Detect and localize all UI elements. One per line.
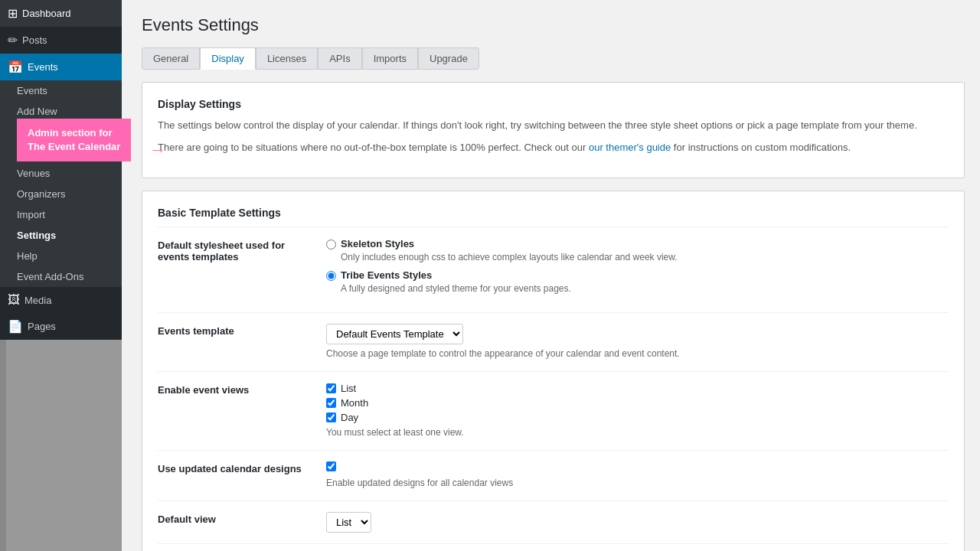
sidebar-sub-label: Organizers [17,188,66,200]
stylesheet-row: Default stylesheet used for events templ… [158,227,949,313]
dashboard-icon: ⊞ [8,6,18,21]
tribe-option: Tribe Events Styles A fully designed and… [326,269,949,295]
tribe-label-group: Tribe Events Styles A fully designed and… [341,269,571,295]
updated-designs-desc: Enable updated designs for all calendar … [326,477,949,490]
sidebar-sub-item-venues[interactable]: Venues [0,163,122,184]
enable-views-control: List Month Day You must select at least … [326,383,949,439]
display-settings-desc2-end: for instructions on custom modifications… [674,142,851,153]
display-settings-desc2: There are going to be situations where n… [158,140,949,156]
view-day-label: Day [341,412,358,423]
sidebar-item-label: Posts [22,34,47,46]
sidebar-item-media[interactable]: 🖼 Media [0,287,122,313]
events-template-row: Events template Default Events Template … [158,312,949,371]
tab-licenses[interactable]: Licenses [256,47,318,70]
skeleton-label: Skeleton Styles [341,238,678,249]
tab-apis[interactable]: APIs [318,47,361,70]
stylesheet-label: Default stylesheet used for events templ… [158,238,311,262]
sidebar-sub-label: Events [17,85,47,96]
updated-designs-checkbox[interactable] [326,461,336,471]
events-template-label: Events template [158,324,311,337]
updated-designs-control: Enable updated designs for all calendar … [326,461,949,490]
page-title: Events Settings [142,15,965,35]
sidebar-item-posts[interactable]: ✏ Posts [0,27,122,54]
annotation-arrow: → [149,140,166,160]
basic-template-card: Basic Template Settings Default styleshe… [142,191,965,551]
sidebar-sub-label: Add New [17,106,57,117]
enable-views-label: Enable event views [158,383,311,396]
annotation-box: Admin section forThe Event Calendar [17,119,131,161]
sidebar-sub-item-events[interactable]: Events [0,80,122,101]
view-month-option: Month [326,397,949,409]
skeleton-radio[interactable] [326,240,336,249]
sidebar-sub-label: Settings [17,230,56,241]
skeleton-desc: Only includes enough css to achieve comp… [341,251,678,264]
events-icon: 📅 [8,60,23,74]
view-list-option: List [326,383,949,394]
updated-designs-label: Use updated calendar designs [158,461,311,474]
sidebar-sub-events: Events Add New Tags Event Categories Ven… [0,80,122,287]
tab-display[interactable]: Display [200,47,256,70]
display-settings-desc2-text: There are going to be situations where n… [158,142,586,153]
default-view-select[interactable]: List [326,512,371,533]
posts-icon: ✏ [8,33,18,47]
sidebar-sub-label: Event Add-Ons [17,271,83,282]
views-note: You must select at least one view. [326,426,949,439]
pages-icon: 📄 [8,319,23,334]
tab-imports[interactable]: Imports [362,47,418,70]
sidebar-item-label: Media [24,295,51,306]
view-month-label: Month [341,397,368,409]
sidebar-wrapper: ⊞ Dashboard ✏ Posts 📅 Events Events Add … [0,0,126,551]
events-template-desc: Choose a page template to control the ap… [326,347,949,360]
sidebar: ⊞ Dashboard ✏ Posts 📅 Events Events Add … [0,0,122,551]
events-template-select[interactable]: Default Events Template [326,324,463,344]
default-view-row: Default view List [158,500,949,543]
tribe-label: Tribe Events Styles [341,269,571,281]
tribe-desc: A fully designed and styled theme for yo… [341,282,571,295]
stylesheet-control: Skeleton Styles Only includes enough css… [326,238,949,302]
view-list-label: List [341,383,356,394]
view-day-option: Day [326,412,949,423]
view-day-checkbox[interactable] [326,412,336,422]
tribe-radio[interactable] [326,271,336,281]
enable-views-row: Enable event views List Month Day You mu… [158,371,949,450]
sidebar-sub-item-help[interactable]: Help [0,246,122,266]
sidebar-item-dashboard[interactable]: ⊞ Dashboard [0,0,122,27]
events-template-control: Default Events Template Choose a page te… [326,324,949,360]
sidebar-item-pages[interactable]: 📄 Pages [0,313,122,340]
sidebar-sub-item-import[interactable]: Import [0,204,122,225]
sidebar-sub-label: Help [17,250,38,262]
display-settings-title: Display Settings [158,98,949,110]
sidebar-item-label: Events [28,61,58,73]
updated-designs-row: Use updated calendar designs Enable upda… [158,450,949,500]
sidebar-sub-item-settings[interactable]: Settings [0,225,122,246]
skeleton-label-group: Skeleton Styles Only includes enough css… [341,238,678,264]
tab-upgrade[interactable]: Upgrade [418,47,479,70]
sidebar-scrollbar[interactable] [0,340,6,551]
sidebar-item-label: Pages [28,321,56,332]
sidebar-item-events[interactable]: 📅 Events [0,54,122,80]
default-view-label: Default view [158,512,311,525]
sidebar-item-label: Dashboard [22,8,71,19]
view-list-checkbox[interactable] [326,383,336,393]
basic-template-title: Basic Template Settings [158,207,949,219]
display-settings-card: Display Settings The settings below cont… [142,82,965,178]
sidebar-gray-area [0,340,122,551]
view-month-checkbox[interactable] [326,398,336,408]
skeleton-option: Skeleton Styles Only includes enough css… [326,238,949,264]
tabs-bar: General Display Licenses APIs Imports Up… [142,47,965,70]
display-settings-desc1: The settings below control the display o… [158,118,949,134]
default-view-control: List [326,512,949,533]
themers-guide-link[interactable]: our themer's guide [589,142,671,153]
tab-general[interactable]: General [142,47,200,70]
media-icon: 🖼 [8,293,20,307]
main-content: Events Settings General Display Licenses… [126,0,980,551]
sidebar-sub-item-organizers[interactable]: Organizers [0,184,122,204]
disable-search-row: Disable the Event Search Bar Check this … [158,543,949,551]
sidebar-sub-label: Venues [17,168,50,179]
sidebar-sub-item-addons[interactable]: Event Add-Ons [0,266,122,287]
sidebar-sub-label: Import [17,209,45,220]
